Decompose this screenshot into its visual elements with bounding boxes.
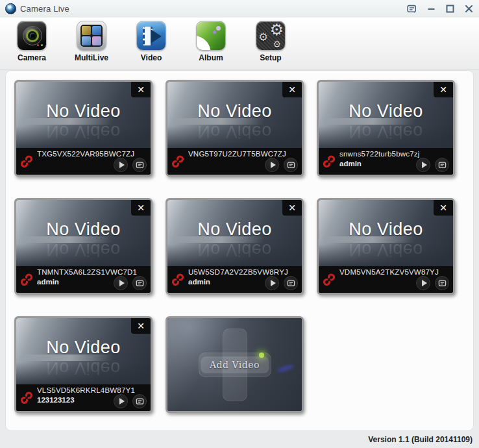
camera-meta: VDM5VN5A2TKZV5VW87YJ <box>339 268 450 276</box>
close-tile-icon[interactable]: ✕ <box>434 82 453 97</box>
filmstrip-play-icon <box>136 21 166 51</box>
tab-multilive-label: MultiLive <box>75 53 108 62</box>
camera-id: TNMNTX5A6L2ZS1VWC7D1 <box>37 268 148 276</box>
camera-tile: No Video No Video ✕ U5W5SD7A2V2ZB5VW8RYJ… <box>166 198 304 295</box>
play-icon[interactable] <box>416 276 430 290</box>
play-icon[interactable] <box>416 158 430 172</box>
settings-icon[interactable] <box>284 276 298 290</box>
tab-album[interactable]: Album <box>191 21 231 62</box>
video-preview: No Video No Video ✕ <box>16 200 151 266</box>
tile-actions <box>265 158 298 172</box>
main-toolbar: Camera MultiLive Video Album ⚙⚙⚙ Setup <box>0 18 479 69</box>
broken-link-icon <box>19 391 34 405</box>
close-tile-icon[interactable]: ✕ <box>131 200 151 216</box>
camera-info-bar: VNG5T97U2ZU7T5BWC7ZJ <box>167 148 302 175</box>
reflection-fade <box>319 126 453 148</box>
close-tile-icon[interactable]: ✕ <box>434 200 453 216</box>
camera-id: VLS5VD5K6RKRL4BW87Y1 <box>37 386 148 394</box>
camera-lens-icon <box>17 21 47 51</box>
camera-panel: No Video No Video ✕ TXG5VX522VAR95BWC7ZJ <box>5 70 474 431</box>
tile-actions <box>265 276 298 290</box>
tab-multilive[interactable]: MultiLive <box>71 21 112 62</box>
camera-meta: TXG5VX522VAR95BWC7ZJ <box>37 150 148 158</box>
camera-tile: No Video No Video ✕ VNG5T97U2ZU7T5BWC7ZJ <box>166 80 304 177</box>
tile-actions <box>114 276 147 290</box>
leaf-photo-icon <box>196 21 226 51</box>
video-preview: No Video No Video ✕ <box>167 82 302 148</box>
close-tile-icon[interactable]: ✕ <box>131 82 151 97</box>
camera-info-bar: U5W5SD7A2V2ZB5VW8RYJ admin <box>167 266 302 293</box>
play-icon[interactable] <box>114 158 128 172</box>
reflection-fade <box>16 362 151 384</box>
reflection-fade <box>319 244 453 266</box>
settings-icon[interactable] <box>435 276 449 290</box>
close-tile-icon[interactable]: ✕ <box>131 318 151 334</box>
play-icon[interactable] <box>265 276 279 290</box>
camera-id: VNG5T97U2ZU7T5BWC7ZJ <box>188 150 299 158</box>
camera-tile: No Video No Video ✕ VDM5VN5A2TKZV5VW87YJ <box>317 198 455 295</box>
tab-camera[interactable]: Camera <box>12 21 52 62</box>
camera-info-bar: TNMNTX5A6L2ZS1VWC7D1 admin <box>16 266 151 293</box>
app-logo-icon <box>5 3 16 14</box>
play-icon[interactable] <box>114 394 128 408</box>
settings-icon[interactable] <box>435 158 449 172</box>
settings-icon[interactable] <box>132 276 147 290</box>
video-preview: No Video No Video ✕ <box>16 318 151 384</box>
broken-link-icon <box>19 273 34 287</box>
play-icon[interactable] <box>265 158 279 172</box>
video-preview: No Video No Video ✕ <box>319 82 453 148</box>
camera-info-bar: VLS5VD5K6RKRL4BW87Y1 123123123 <box>16 384 151 411</box>
version-text: Version 1.1 (Build 20141109) <box>368 435 473 444</box>
tile-actions <box>114 158 147 172</box>
broken-link-icon <box>322 273 336 287</box>
window-title: Camera Live <box>20 4 69 14</box>
gears-icon: ⚙⚙⚙ <box>256 21 286 51</box>
close-tile-icon[interactable]: ✕ <box>282 82 302 97</box>
camera-id: VDM5VN5A2TKZV5VW87YJ <box>339 268 450 276</box>
title-bar: Camera Live <box>0 0 479 18</box>
tab-camera-label: Camera <box>18 53 46 62</box>
minimize-icon[interactable] <box>426 4 436 14</box>
camera-info-bar: VDM5VN5A2TKZV5VW87YJ <box>319 266 453 293</box>
status-bar: Version 1.1 (Build 20141109) <box>0 431 479 448</box>
camera-tile: No Video No Video ✕ TXG5VX522VAR95BWC7ZJ <box>14 80 153 177</box>
add-video-area[interactable]: Add Video <box>167 318 302 411</box>
add-video-label[interactable]: Add Video <box>201 356 269 373</box>
camera-info-bar: snwns5722turb5bwc7zj admin <box>319 148 453 175</box>
reflection-fade <box>16 126 151 148</box>
broken-link-icon <box>322 155 336 169</box>
camera-meta: VNG5T97U2ZU7T5BWC7ZJ <box>188 150 299 158</box>
tab-setup[interactable]: ⚙⚙⚙ Setup <box>251 21 291 62</box>
tile-actions <box>416 276 449 290</box>
camera-tile: No Video No Video ✕ snwns5722turb5bwc7zj… <box>317 80 455 177</box>
multi-thumbnails-icon <box>77 21 106 51</box>
close-tile-icon[interactable]: ✕ <box>282 200 302 216</box>
feedback-icon[interactable] <box>406 4 417 14</box>
settings-icon[interactable] <box>284 158 298 172</box>
camera-id: snwns5722turb5bwc7zj <box>339 150 450 158</box>
play-icon[interactable] <box>114 276 128 290</box>
reflection-fade <box>167 244 302 266</box>
settings-icon[interactable] <box>132 158 147 172</box>
video-preview: No Video No Video ✕ <box>167 200 302 266</box>
camera-grid: No Video No Video ✕ TXG5VX522VAR95BWC7ZJ <box>6 71 473 413</box>
broken-link-icon <box>171 155 185 169</box>
tile-actions <box>114 394 147 408</box>
tile-actions <box>416 158 449 172</box>
camera-id: TXG5VX522VAR95BWC7ZJ <box>37 150 148 158</box>
window-controls <box>406 4 474 14</box>
reflection-fade <box>16 244 151 266</box>
video-preview: No Video No Video ✕ <box>319 200 453 266</box>
add-video-tile[interactable]: Add Video <box>166 316 304 413</box>
camera-info-bar: TXG5VX522VAR95BWC7ZJ <box>16 148 151 175</box>
settings-icon[interactable] <box>132 394 147 408</box>
maximize-icon[interactable] <box>445 4 455 14</box>
broken-link-icon <box>19 155 34 169</box>
close-icon[interactable] <box>464 4 474 14</box>
camera-tile: No Video No Video ✕ TNMNTX5A6L2ZS1VWC7D1… <box>14 198 153 295</box>
tab-video[interactable]: Video <box>131 21 171 62</box>
camera-id: U5W5SD7A2V2ZB5VW8RYJ <box>188 268 299 276</box>
reflection-fade <box>167 126 302 148</box>
camera-tile: No Video No Video ✕ VLS5VD5K6RKRL4BW87Y1… <box>14 316 153 413</box>
tab-video-label: Video <box>141 53 162 62</box>
